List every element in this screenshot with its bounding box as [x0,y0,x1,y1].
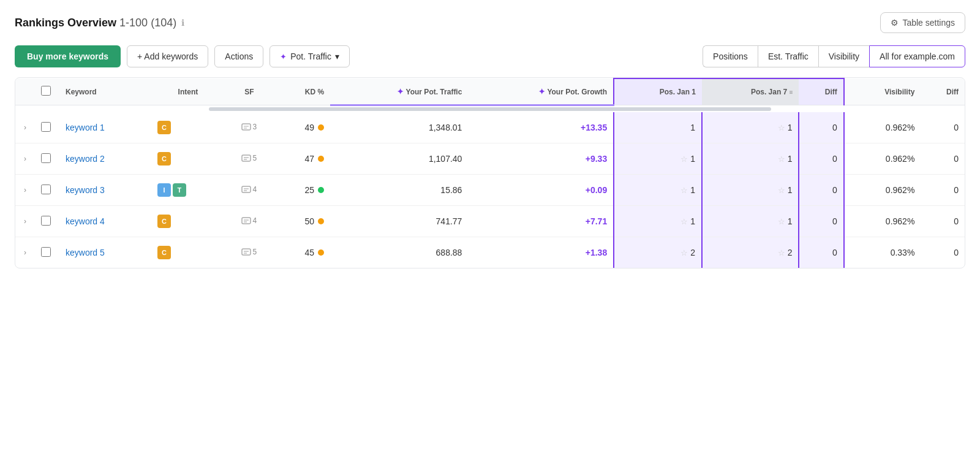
expand-cell[interactable]: › [15,206,35,237]
visibility-tab[interactable]: Visibility [818,45,869,67]
actions-button[interactable]: Actions [214,45,263,67]
page-header: Rankings Overview 1-100 (104) ℹ ⚙ Table … [15,12,965,33]
diff2-cell: 0 [921,112,965,143]
page-title: Rankings Overview 1-100 (104) [15,17,176,29]
table-row: › keyword 2 C 5 47 1,107.40 +9.33 [15,143,965,175]
kd-value: 25 [305,185,315,195]
row-checkbox[interactable] [41,185,51,194]
th-diff2[interactable]: Diff [921,78,965,105]
pot-growth-value: +1.38 [586,248,607,257]
keyword-link[interactable]: keyword 3 [66,185,105,195]
pot-growth-value: +9.33 [586,154,607,164]
th-kd[interactable]: KD % [274,78,330,105]
diff1-value: 0 [832,123,837,132]
row-checkbox[interactable] [41,153,51,163]
diff2-value: 0 [954,123,959,132]
row-checkbox[interactable] [41,122,51,132]
star-icon: ☆ [680,186,688,195]
visibility-cell: 0.962% [844,175,921,206]
intent-cell: IT [151,175,225,206]
row-checkbox[interactable] [41,247,51,257]
star-icon: ☆ [778,217,785,226]
intent-badge-C: C [157,121,171,134]
checkbox-cell[interactable] [35,143,59,175]
kd-value: 50 [305,216,315,226]
keyword-link[interactable]: keyword 5 [66,248,105,257]
buy-keywords-button[interactable]: Buy more keywords [15,45,121,67]
expand-cell[interactable]: › [15,175,35,206]
keyword-link[interactable]: keyword 4 [66,216,105,226]
add-keywords-button[interactable]: + Add keywords [127,45,208,67]
pot-traffic-cell: 15.86 [330,175,468,206]
sf-value: 5 [252,154,257,162]
pos-jan7-value: 1 [788,123,793,132]
expand-cell[interactable]: › [15,143,35,175]
diff2-value: 0 [954,248,959,257]
kd-cell: 45 [274,237,330,268]
checkbox-cell[interactable] [35,175,59,206]
checkbox-cell[interactable] [35,112,59,143]
expand-cell[interactable]: › [15,237,35,268]
pot-traffic-button[interactable]: ✦ Pot. Traffic ▾ [270,45,350,67]
positions-tab[interactable]: Positions [703,45,758,67]
expand-button[interactable]: › [21,185,29,196]
th-pos-jan1[interactable]: Pos. Jan 1 [614,78,702,105]
pot-growth-value: +13.35 [581,123,607,132]
keyword-cell: keyword 4 [59,206,151,237]
select-all-checkbox[interactable] [41,86,51,96]
table-row: › keyword 4 C 4 50 741.77 +7.71 [15,206,965,237]
expand-button[interactable]: › [21,247,29,258]
sf-cell: 3 [225,112,274,143]
checkbox-cell[interactable] [35,206,59,237]
th-sf[interactable]: SF [225,78,274,105]
expand-button[interactable]: › [21,153,29,164]
expand-cell[interactable]: › [15,112,35,143]
scroll-bar[interactable] [209,107,771,111]
sf-cell: 4 [225,206,274,237]
intent-badge-C: C [157,152,171,166]
intent-cell: C [151,143,225,175]
th-intent[interactable]: Intent [151,78,225,105]
expand-button[interactable]: › [21,216,29,227]
pos-jan7-cell: ☆ 1 [702,143,799,175]
th-diff1[interactable]: Diff [799,78,843,105]
diff2-cell: 0 [921,237,965,268]
sf-cell: 5 [225,143,274,175]
kd-value: 45 [305,248,315,257]
star-icon: ☆ [778,123,785,132]
keyword-link[interactable]: keyword 2 [66,154,105,164]
kd-dot [318,156,324,162]
row-checkbox[interactable] [41,216,51,226]
sort-icon[interactable]: ≡ [790,89,793,96]
diff1-cell: 0 [799,112,843,143]
rankings-table-wrapper: Keyword Intent SF KD % ✦ Your Pot. Traff… [15,77,965,268]
domain-tab[interactable]: All for example.com [869,45,965,67]
svg-rect-12 [242,249,251,255]
sf-icon: 4 [241,185,257,194]
th-pot-traffic[interactable]: ✦ Your Pot. Traffic [330,78,468,105]
pot-growth-value: +0.09 [586,185,607,195]
star-icon: ☆ [680,154,688,164]
checkbox-cell[interactable] [35,237,59,268]
sf-icon: 5 [241,153,257,163]
expand-button[interactable]: › [21,122,29,133]
star-icon: ☆ [778,154,785,164]
kd-dot [318,187,324,193]
th-keyword[interactable]: Keyword [59,78,151,105]
pos-jan7-value: 2 [788,248,793,257]
th-pot-growth[interactable]: ✦ Your Pot. Growth [468,78,614,105]
th-visibility[interactable]: Visibility [844,78,921,105]
pot-traffic-cell: 741.77 [330,206,468,237]
keyword-link[interactable]: keyword 1 [66,123,105,132]
kd-cell: 47 [274,143,330,175]
header-title-group: Rankings Overview 1-100 (104) ℹ [15,17,184,29]
pos-jan1-cell: 1 [614,112,702,143]
table-settings-button[interactable]: ⚙ Table settings [880,12,965,33]
est-traffic-tab[interactable]: Est. Traffic [758,45,818,67]
info-icon[interactable]: ℹ [181,18,184,28]
th-pos-jan7[interactable]: Pos. Jan 7 ≡ [702,78,799,105]
sf-icon: 4 [241,216,257,226]
rankings-table: Keyword Intent SF KD % ✦ Your Pot. Traff… [15,78,965,268]
view-tabs: Positions Est. Traffic Visibility All fo… [703,45,965,67]
th-expand [15,78,35,105]
